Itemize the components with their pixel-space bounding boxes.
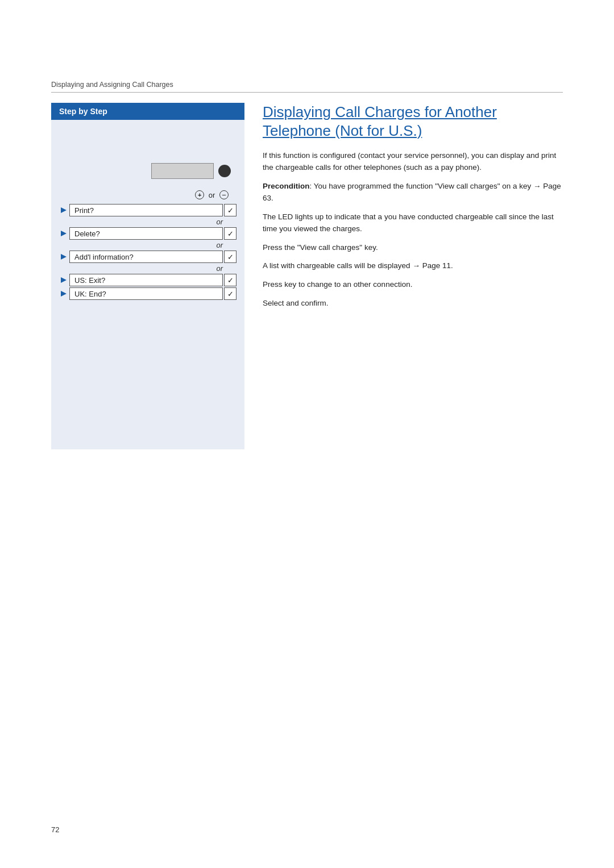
step-row-us-exit: US: Exit? ✓ xyxy=(59,274,237,286)
page-title: Displaying Call Charges for Another Tele… xyxy=(263,103,563,140)
step-check-addl: ✓ xyxy=(224,251,237,263)
step-arrow-us-exit xyxy=(59,276,68,285)
step-row-addl: Add'l information? ✓ xyxy=(59,251,237,263)
instruction-4: Select and confirm. xyxy=(263,298,563,310)
step-label-addl: Add'l information? xyxy=(69,251,223,263)
step-check-us-exit: ✓ xyxy=(224,274,237,286)
instruction-2: A list with chargeable calls will be dis… xyxy=(263,260,563,272)
section-header: Displaying and Assigning Call Charges xyxy=(51,80,563,93)
plus-icon: + xyxy=(195,190,204,199)
svg-marker-4 xyxy=(61,291,67,297)
right-column: Displaying Call Charges for Another Tele… xyxy=(244,103,563,316)
or-text: or xyxy=(206,191,217,199)
step-by-step-body: + or − Print? ✓ or xyxy=(51,120,244,449)
phone-screen xyxy=(151,163,214,179)
instruction-1: Press the "View call charges" key. xyxy=(263,242,563,254)
step-arrow-print xyxy=(59,206,68,215)
phone-indicator xyxy=(218,165,231,177)
instruction-3: Press key to change to an other connecti… xyxy=(263,279,563,291)
step-label-uk-end: UK: End? xyxy=(69,287,223,300)
step-arrow-uk-end xyxy=(59,289,68,298)
step-label-us-exit: US: Exit? xyxy=(69,274,223,286)
description-1: If this function is configured (contact … xyxy=(263,150,563,174)
description-precondition: Precondition: You have programmed the fu… xyxy=(263,181,563,205)
precondition-bold: Precondition xyxy=(263,182,310,190)
phone-display-area xyxy=(59,163,237,179)
step-row-delete: Delete? ✓ xyxy=(59,227,237,240)
step-check-delete: ✓ xyxy=(224,227,237,240)
svg-marker-1 xyxy=(61,231,67,236)
minus-icon: − xyxy=(219,190,229,199)
step-row-uk-end: UK: End? ✓ xyxy=(59,287,237,300)
step-row-print: Print? ✓ xyxy=(59,204,237,216)
step-check-print: ✓ xyxy=(224,204,237,216)
step-arrow-addl xyxy=(59,252,68,261)
step-label-delete: Delete? xyxy=(69,227,223,240)
svg-marker-3 xyxy=(61,277,67,283)
step-arrow-delete xyxy=(59,229,68,238)
step-by-step-title: Step by Step xyxy=(59,107,107,116)
description-3: The LED lights up to indicate that a you… xyxy=(263,211,563,235)
step-or-1: or xyxy=(59,218,237,226)
step-check-uk-end: ✓ xyxy=(224,287,237,300)
svg-marker-2 xyxy=(61,254,67,260)
section-header-text: Displaying and Assigning Call Charges xyxy=(51,81,173,89)
main-content: Step by Step + or − xyxy=(51,103,563,449)
step-label-print: Print? xyxy=(69,204,223,216)
step-by-step-header: Step by Step xyxy=(51,103,244,120)
plus-minus-row: + or − xyxy=(59,190,237,199)
svg-marker-0 xyxy=(61,207,67,213)
step-or-3: or xyxy=(59,264,237,273)
step-or-2: or xyxy=(59,241,237,249)
left-column: Step by Step + or − xyxy=(51,103,244,449)
page-number: 72 xyxy=(51,825,59,834)
